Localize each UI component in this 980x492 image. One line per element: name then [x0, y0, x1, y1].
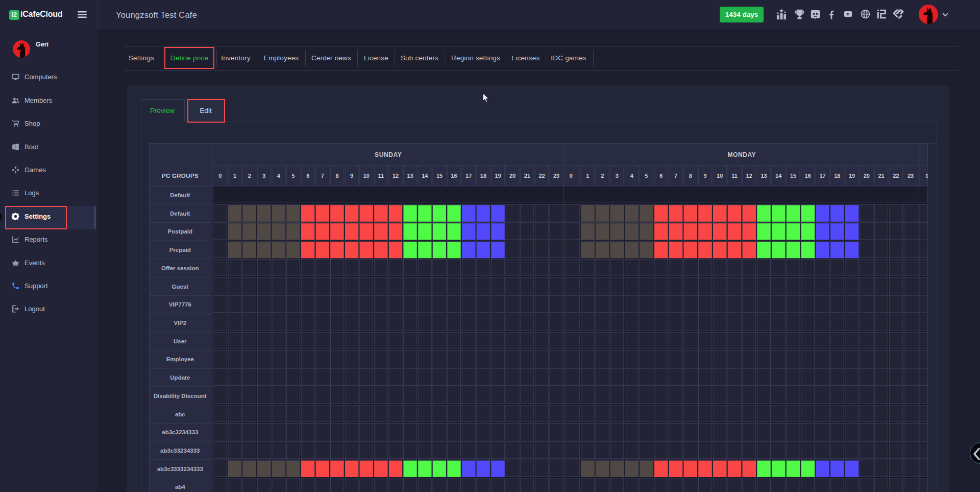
svg-text:23: 23	[553, 173, 559, 179]
svg-text:19: 19	[849, 173, 855, 179]
svg-text:ab3c33234333: ab3c33234333	[160, 448, 200, 454]
svg-text:10: 10	[717, 173, 723, 179]
svg-text:ab4: ab4	[175, 484, 185, 490]
svg-text:5: 5	[292, 173, 295, 179]
svg-text:VIP2: VIP2	[174, 320, 186, 326]
svg-text:ab3c3333234333: ab3c3333234333	[157, 466, 203, 472]
svg-text:17: 17	[465, 173, 472, 179]
svg-text:20: 20	[864, 173, 870, 179]
svg-text:Postpaid: Postpaid	[168, 228, 193, 235]
svg-text:16: 16	[451, 173, 457, 179]
svg-text:4: 4	[277, 173, 281, 179]
svg-text:8: 8	[689, 173, 692, 179]
svg-text:Default: Default	[170, 210, 190, 217]
svg-text:19: 19	[495, 173, 501, 179]
svg-text:15: 15	[436, 173, 443, 179]
svg-text:7: 7	[674, 173, 677, 179]
svg-text:5: 5	[645, 173, 648, 179]
svg-text:22: 22	[893, 173, 899, 179]
svg-text:11: 11	[731, 173, 738, 179]
svg-text:1: 1	[586, 173, 589, 179]
svg-text:12: 12	[746, 173, 752, 179]
svg-text:MONDAY: MONDAY	[727, 151, 756, 158]
svg-text:Employee: Employee	[166, 356, 194, 362]
svg-text:13: 13	[761, 173, 767, 179]
svg-text:4: 4	[630, 173, 634, 179]
svg-text:abc: abc	[175, 411, 185, 417]
svg-text:Prepaid: Prepaid	[169, 247, 191, 253]
svg-text:7: 7	[321, 173, 324, 179]
svg-text:1: 1	[233, 173, 236, 179]
svg-text:20: 20	[509, 173, 516, 179]
svg-text:Guest: Guest	[172, 284, 189, 290]
svg-text:17: 17	[819, 173, 825, 179]
svg-text:0: 0	[570, 173, 573, 179]
svg-text:14: 14	[775, 173, 782, 179]
svg-text:Update: Update	[170, 374, 190, 381]
svg-text:ab3c3234333: ab3c3234333	[162, 429, 198, 435]
svg-text:21: 21	[878, 173, 884, 179]
svg-text:VIP7776: VIP7776	[169, 301, 191, 308]
svg-text:2: 2	[248, 173, 251, 179]
svg-text:18: 18	[834, 173, 840, 179]
svg-text:Default: Default	[170, 192, 190, 198]
svg-text:3: 3	[616, 173, 619, 179]
svg-text:Offer session: Offer session	[161, 265, 199, 271]
svg-text:18: 18	[480, 173, 486, 179]
svg-text:2: 2	[601, 173, 604, 179]
svg-text:10: 10	[363, 173, 370, 179]
svg-text:6: 6	[659, 173, 663, 179]
svg-text:21: 21	[524, 173, 530, 179]
svg-text:3: 3	[262, 173, 265, 179]
svg-text:9: 9	[350, 173, 353, 179]
svg-text:14: 14	[422, 173, 428, 179]
svg-text:6: 6	[306, 173, 309, 179]
svg-text:23: 23	[908, 173, 914, 179]
svg-text:15: 15	[790, 173, 796, 179]
svg-text:SUNDAY: SUNDAY	[375, 151, 402, 158]
svg-text:11: 11	[378, 173, 384, 179]
svg-text:PC GROUPS: PC GROUPS	[162, 173, 199, 179]
svg-text:0: 0	[925, 173, 928, 179]
svg-text:9: 9	[703, 173, 706, 179]
svg-text:Disability Discount: Disability Discount	[154, 393, 207, 399]
svg-text:0: 0	[218, 173, 222, 179]
svg-text:12: 12	[393, 173, 399, 179]
svg-text:13: 13	[407, 173, 413, 179]
svg-text:8: 8	[335, 173, 338, 179]
svg-text:16: 16	[805, 173, 811, 179]
svg-text:22: 22	[538, 173, 545, 179]
svg-text:User: User	[174, 338, 187, 344]
